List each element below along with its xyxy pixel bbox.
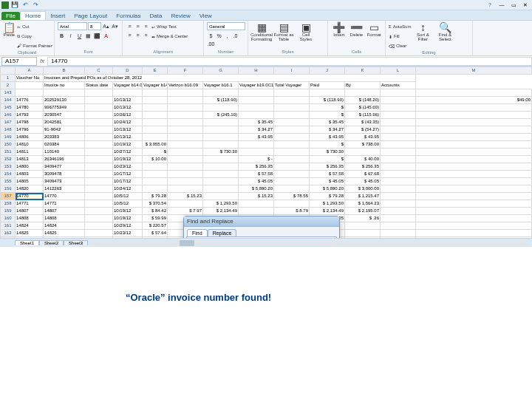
tab-file[interactable]: File [1, 12, 20, 20]
dialog-title[interactable]: Find and Replace [184, 216, 339, 227]
sheet-tab-3[interactable]: Sheet3 [64, 240, 88, 245]
align-bottom-icon[interactable]: ≡ [142, 22, 150, 30]
italic-button[interactable]: I [66, 32, 75, 40]
col-E[interactable]: E [143, 67, 168, 75]
col-M[interactable]: M [416, 67, 532, 75]
autosum-button[interactable]: ΣAutoSum [389, 22, 411, 31]
col-J[interactable]: J [310, 67, 345, 75]
format-painter-button[interactable]: 🖌Format Painter [17, 41, 52, 50]
table-row[interactable]: 15614820141226310/24/12$ 5,890.20$ 5,890… [1, 185, 532, 193]
table-row[interactable]: 15314800340947710/23/12$ 256.35$ 256.35$… [1, 163, 532, 171]
copy-button[interactable]: ⧉Copy [17, 32, 52, 41]
maximize-icon[interactable]: ▭ [508, 1, 519, 9]
table-row[interactable]: 158147711477110/5/12$ 370.54$ 1,293.50$ … [1, 200, 532, 208]
sheet-tabs[interactable]: Sheet1 Sheet2 Sheet3 [15, 240, 88, 245]
sheet-tab-2[interactable]: Sheet2 [39, 240, 64, 245]
align-middle-icon[interactable]: ≡ [134, 22, 142, 30]
wrap-text-button[interactable]: ↩Wrap Text [151, 22, 188, 31]
bold-button[interactable]: B [58, 32, 66, 40]
cell-styles-button[interactable]: ▣Cell Styles [296, 22, 316, 41]
col-C[interactable]: C [85, 67, 113, 75]
table-row[interactable]: 14714798204258110/24/12$ 35.45$ 35.45$ (… [1, 119, 532, 126]
table-row[interactable]: 157147701477010/5/12$ 79.28$ 15.23$ 15.2… [1, 193, 532, 200]
scroll-thumb[interactable] [180, 240, 194, 246]
format-cells-button[interactable]: ▭Format [366, 22, 382, 37]
tab-home[interactable]: Home [20, 11, 46, 20]
tab-formulas[interactable]: Formulas [112, 12, 145, 20]
dialog-tab-replace[interactable]: Replace [208, 229, 237, 236]
table-row[interactable]: 1451478099677534910/13/12$$ (145.60) [1, 104, 532, 112]
tab-view[interactable]: View [195, 12, 216, 20]
fx-icon[interactable]: fx [37, 58, 47, 64]
comma-icon[interactable]: , [223, 32, 231, 40]
table-row[interactable]: 1Voucher NoInvoices and Prepaid POs as o… [1, 75, 532, 82]
cut-button[interactable]: ✂Cut [17, 22, 52, 31]
tab-review[interactable]: Review [166, 12, 194, 20]
col-B[interactable]: B [44, 67, 85, 75]
number-format-select[interactable]: General [207, 22, 245, 30]
percent-icon[interactable]: % [215, 32, 223, 40]
col-D[interactable]: D [113, 67, 143, 75]
dialog-tab-find[interactable]: Find [187, 229, 208, 236]
close-icon[interactable]: ✕ [520, 1, 531, 9]
table-row[interactable]: 1501481002038410/19/12$ 3,055.00$$ 738.0… [1, 141, 532, 149]
table-row[interactable]: 1481479691-904210/13/12$ 34.27$ 34.27$ (… [1, 126, 532, 134]
col-A[interactable]: A [16, 67, 44, 75]
inc-decimal-icon[interactable]: .0 [231, 32, 239, 40]
font-size-select[interactable]: 8 [88, 22, 101, 30]
table-row[interactable]: 143 [1, 89, 532, 97]
align-top-icon[interactable]: ≡ [126, 22, 134, 30]
horizontal-scrollbar[interactable] [91, 240, 529, 246]
table-row[interactable]: 15514805340947310/17/12$ 45.05$ 45.05$ 4… [1, 178, 532, 185]
col-L[interactable]: L [381, 67, 416, 75]
border-button[interactable]: ▦ [84, 32, 92, 40]
tab-data[interactable]: Data [146, 12, 167, 20]
delete-cells-button[interactable]: ➖Delete [349, 22, 365, 37]
col-G[interactable]: G [203, 67, 239, 75]
currency-icon[interactable]: $ [207, 32, 215, 40]
save-icon[interactable]: 💾 [10, 1, 19, 10]
tab-page-layout[interactable]: Page Layout [69, 12, 112, 20]
formula-input[interactable]: 14770 [47, 57, 532, 66]
table-row[interactable]: 2Invoice noStatus dateVoyager b14.01Voya… [1, 82, 532, 89]
sort-filter-button[interactable]: ↕Sort & Filter [412, 22, 433, 41]
table-row[interactable]: 159148071480710/19/12$ 84.42$ 7.97$ 2,13… [1, 208, 532, 215]
spreadsheet-grid[interactable]: A B C D E F G H I J K L M 1Voucher NoInv… [0, 66, 532, 247]
undo-icon[interactable]: ↶ [21, 1, 30, 10]
conditional-formatting-button[interactable]: ▦Conditional Formatting [251, 22, 272, 41]
find-select-button[interactable]: 🔍Find & Select [434, 22, 455, 41]
underline-button[interactable]: U [75, 32, 83, 40]
col-F[interactable]: F [168, 67, 203, 75]
tab-insert[interactable]: Insert [46, 12, 69, 20]
col-I[interactable]: I [274, 67, 310, 75]
format-as-table-button[interactable]: ▤Format as Table [273, 22, 294, 41]
table-row[interactable]: 1511481111014010/27/12$$ 730.30$ 730.30 [1, 149, 532, 156]
redo-icon[interactable]: ↷ [31, 1, 40, 10]
table-row[interactable]: 152148132634619610/19/12$ 10.00$ -$$ 40.… [1, 156, 532, 163]
shrink-font-icon[interactable]: A▾ [111, 22, 119, 30]
col-K[interactable]: K [345, 67, 381, 75]
merge-center-button[interactable]: ⬌Merge & Center [151, 32, 188, 41]
table-row[interactable]: 1441477620252913010/13/12$ (118.90)$ (11… [1, 97, 532, 104]
align-right-icon[interactable]: ≡ [142, 31, 150, 39]
grow-font-icon[interactable]: A▴ [102, 22, 110, 30]
minimize-icon[interactable]: — [497, 1, 507, 9]
align-left-icon[interactable]: ≡ [126, 31, 134, 39]
name-box[interactable]: A157 [1, 57, 37, 66]
paste-button[interactable]: 📋Paste [3, 22, 16, 37]
table-row[interactable]: 15414803300947810/17/12$ 57.58$ 57.58$ 6… [1, 171, 532, 178]
select-all[interactable] [1, 67, 16, 75]
table-row[interactable]: 14614793203054710/26/12$ (245.10)$$ (115… [1, 112, 532, 119]
font-color-button[interactable]: A [102, 32, 110, 40]
fill-button[interactable]: ⬇Fill [389, 32, 411, 41]
fill-color-button[interactable]: ⬛ [93, 32, 101, 40]
column-header-row[interactable]: A B C D E F G H I J K L M [1, 67, 532, 75]
align-center-icon[interactable]: ≡ [134, 31, 142, 39]
clear-button[interactable]: ⌫Clear [389, 41, 411, 50]
dec-decimal-icon[interactable]: .00 [207, 40, 215, 48]
table-row[interactable]: 1491480620338310/13/12$ 43.95$ 43.95$ 43… [1, 134, 532, 141]
col-H[interactable]: H [239, 67, 274, 75]
sheet-tab-1[interactable]: Sheet1 [15, 240, 39, 245]
font-name-select[interactable]: Arial [58, 22, 87, 30]
help-icon[interactable]: ? [485, 1, 495, 9]
